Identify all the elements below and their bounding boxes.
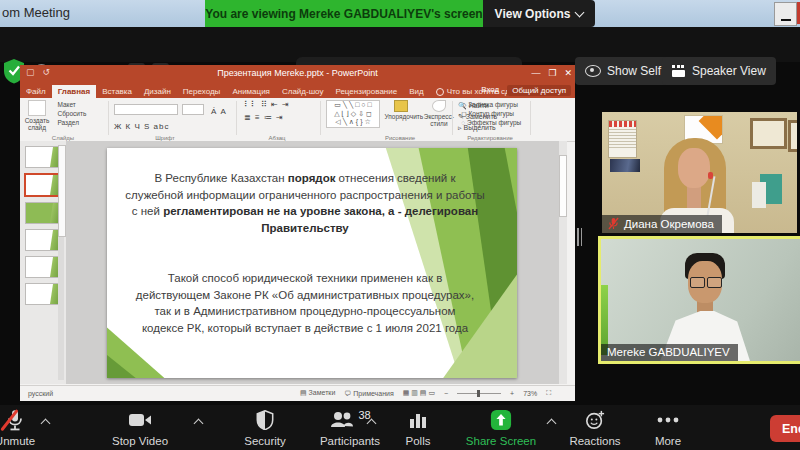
window-title: om Meeting: [2, 5, 70, 20]
shield-icon: [256, 409, 274, 431]
select-button[interactable]: ▹ Выделить: [458, 122, 497, 133]
arrange-icon: [394, 100, 408, 112]
framed-certificate: [788, 120, 797, 152]
ppt-tab-2[interactable]: Главная: [52, 85, 97, 98]
meeting-control-bar: Recording... Total non-video participant…: [0, 27, 800, 62]
zoom-titlebar: om Meeting You are viewing Mereke GABDUA…: [0, 0, 800, 27]
zoom-in-button[interactable]: +: [510, 390, 514, 397]
ribbon-group-slides: Создать слайд Макет Сбросить Раздел: [24, 100, 86, 134]
zoom-out-button[interactable]: −: [444, 390, 448, 397]
ppt-tab-5[interactable]: Переходы: [177, 85, 227, 98]
speaker-view-button[interactable]: Speaker View: [662, 57, 776, 85]
zoom-bottom-toolbar: Unmute Stop Video Security 38 Participan…: [0, 405, 800, 450]
participants-icon: 38: [329, 409, 370, 431]
shapes-gallery[interactable]: ▭ ╲ ╲ □ ○ □ △ ⌊ ⌋ ◇ ⇩ ◻ ◁ ╲ ∧ { } ☆: [326, 100, 380, 128]
replace-button[interactable]: ✎ Заменить: [458, 111, 497, 122]
font-grow-shrink[interactable]: А́ А: [211, 107, 227, 116]
minimize-button[interactable]: [774, 2, 797, 26]
video-options-chevron[interactable]: [194, 419, 204, 429]
view-switcher-buttons[interactable]: ▦ ▥ ▤ ▭: [403, 389, 435, 397]
language-indicator[interactable]: русский: [28, 390, 53, 397]
speaker-view-icon: [672, 65, 686, 77]
share-screen-button[interactable]: Share Screen: [462, 409, 540, 447]
view-options-button[interactable]: View Options: [483, 0, 595, 27]
ppt-account-area: Вход Общий доступ: [481, 85, 571, 96]
font-size-combo[interactable]: [182, 104, 204, 115]
ppt-tab-6[interactable]: Анимация: [226, 85, 276, 98]
ppt-restore-button[interactable]: ❐: [548, 68, 556, 78]
polls-icon: [409, 409, 427, 431]
stop-video-button[interactable]: Stop Video: [100, 409, 180, 447]
list-buttons[interactable]: ⠇⠇ ⠿ ⇤ ⇥: [244, 100, 290, 109]
video-tile-diana[interactable]: Диана Окремова: [602, 112, 797, 233]
align-buttons[interactable]: ≣ ≡ ≔ ⇥: [244, 113, 290, 122]
zoom-meeting-window: om Meeting You are viewing Mereke GABDUA…: [0, 0, 800, 450]
shared-powerpoint-window: ▢ ↺ Презентация Mereke.pptx - PowerPoint…: [20, 65, 575, 400]
font-name-combo[interactable]: [114, 104, 178, 115]
slide-thumbnail-1[interactable]: [25, 146, 61, 168]
ppt-share-button[interactable]: Общий доступ: [507, 85, 571, 96]
reactions-icon: [585, 409, 605, 431]
video-name-tag: Mereke GABDUALIYEV: [601, 344, 738, 361]
notes-button[interactable]: ▤ Заметки: [300, 389, 335, 397]
ppt-tab-1[interactable]: Файл: [20, 85, 52, 98]
unmute-button[interactable]: Unmute: [0, 409, 50, 447]
thumbnails-scrollbar[interactable]: [58, 145, 64, 380]
font-format-buttons[interactable]: Ж К Ч S abc: [114, 122, 227, 131]
speaker-view-label: Speaker View: [692, 64, 766, 78]
reactions-button[interactable]: Reactions: [560, 409, 630, 447]
calendar-on-wall: [608, 120, 637, 158]
slide-editor-area: В Республике Казахстан порядок отнесения…: [66, 141, 567, 384]
slide-thumbnail-2[interactable]: [24, 173, 62, 197]
ppt-window-controls: — ❐ ✕: [531, 68, 572, 78]
camera-icon: [128, 409, 152, 431]
security-button[interactable]: Security: [225, 409, 305, 447]
slide-thumbnail-3[interactable]: [25, 202, 61, 224]
quick-styles-icon: [432, 100, 446, 112]
ribbon-group-paragraph: ⠇⠇ ⠿ ⇤ ⇥ ≣ ≡ ≔ ⇥: [244, 100, 290, 134]
video-tile-mereke-active[interactable]: Mereke GABDUALIYEV: [598, 236, 800, 364]
ppt-tab-7[interactable]: Слайд-шоу: [276, 85, 329, 98]
polls-button[interactable]: Polls: [390, 409, 446, 447]
section-button[interactable]: Раздел: [57, 118, 86, 127]
editor-scrollbar[interactable]: [559, 141, 567, 384]
reset-button[interactable]: Сбросить: [57, 109, 86, 118]
slide-thumbnail-4[interactable]: [25, 229, 61, 251]
ribbon-group-font: А́ А Ж К Ч S abc: [114, 100, 227, 134]
microphone-icon: [6, 409, 24, 431]
share-options-chevron[interactable]: [547, 419, 557, 429]
photo-on-wall: [610, 159, 640, 172]
zoom-slider[interactable]: [457, 393, 501, 394]
panel-splitter-handle[interactable]: [577, 228, 583, 246]
end-meeting-button[interactable]: End: [770, 415, 800, 442]
new-slide-button[interactable]: Создать слайд: [24, 100, 50, 131]
arrange-button[interactable]: Упорядочить: [384, 100, 418, 120]
ribbon-group-editing: 🔍 Найти ✎ Заменить ▹ Выделить: [458, 100, 497, 134]
participants-button[interactable]: 38 Participants: [300, 409, 400, 447]
new-slide-icon: [28, 100, 46, 116]
chevron-down-icon: [575, 7, 585, 17]
slide-thumbnail-6[interactable]: [25, 283, 61, 305]
muted-mic-icon: [608, 217, 619, 230]
quick-styles-button[interactable]: Экспресс-стили: [423, 100, 455, 127]
more-icon: [657, 409, 679, 431]
ppt-tab-4[interactable]: Дизайн: [138, 85, 177, 98]
minimize-icon: [781, 19, 791, 21]
framed-certificate: [750, 118, 787, 149]
fit-slide-button[interactable]: ⛶: [546, 389, 551, 397]
layout-button[interactable]: Макет: [57, 100, 86, 109]
more-button[interactable]: More: [640, 409, 696, 447]
ppt-titlebar: ▢ ↺ Презентация Mereke.pptx - PowerPoint…: [20, 65, 575, 83]
comments-button[interactable]: 🗩 Примечания: [344, 390, 393, 397]
current-slide[interactable]: В Республике Казахстан порядок отнесения…: [107, 148, 517, 378]
ppt-tab-9[interactable]: Вид: [403, 85, 429, 98]
ppt-ribbon: Создать слайд Макет Сбросить Раздел Слай…: [20, 98, 575, 142]
slide-thumbnail-5[interactable]: [25, 256, 61, 278]
ppt-tab-8[interactable]: Рецензирование: [329, 85, 403, 98]
ppt-minimize-button[interactable]: —: [531, 68, 540, 78]
ppt-tab-3[interactable]: Вставка: [96, 85, 138, 98]
ppt-close-button[interactable]: ✕: [564, 68, 572, 78]
ppt-signin-button[interactable]: Вход: [481, 85, 499, 96]
zoom-percent[interactable]: 73%: [523, 390, 537, 397]
find-button[interactable]: 🔍 Найти: [458, 100, 497, 111]
